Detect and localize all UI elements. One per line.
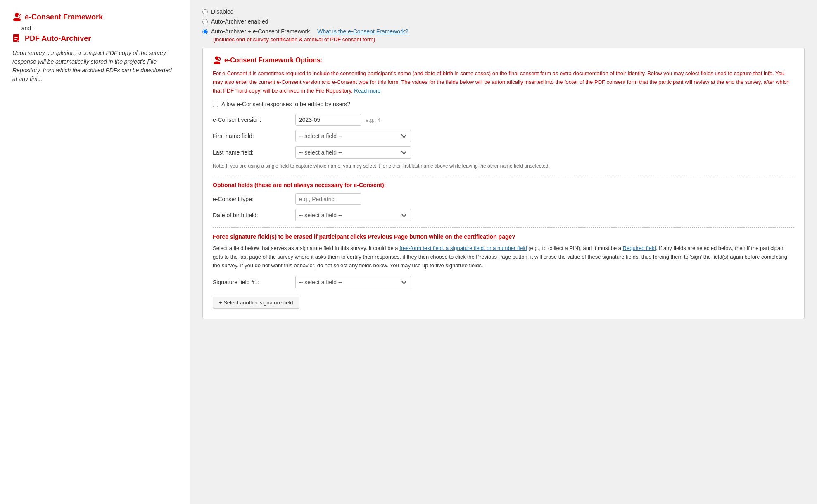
svg-rect-7 <box>14 39 17 40</box>
svg-point-10 <box>214 62 220 65</box>
allow-edit-label[interactable]: Allow e-Consent responses to be edited b… <box>221 101 350 107</box>
version-input[interactable] <box>295 114 361 126</box>
sidebar: ✓ e-Consent Framework – and – PDF PDF Au… <box>0 0 190 504</box>
pdf-title: PDF PDF Auto-Archiver <box>12 34 177 43</box>
sig-field-select[interactable]: -- select a field -- <box>295 276 411 288</box>
econsent-type-row: e-Consent type: e.g., Pediatric <box>213 193 794 205</box>
radio-auto-econsent-label[interactable]: Auto-Archiver + e-Consent Framework <box>211 28 310 35</box>
svg-rect-5 <box>14 36 18 36</box>
dob-select[interactable]: -- select a field -- <box>295 209 411 221</box>
sig-field-label: Signature field #1: <box>213 279 295 285</box>
radio-disabled-row: Disabled <box>202 8 805 15</box>
version-label: e-Consent version: <box>213 116 295 123</box>
econsent-type-input[interactable] <box>295 193 361 205</box>
add-signature-button[interactable]: + Select another signature field <box>213 297 299 309</box>
radio-disabled-label[interactable]: Disabled <box>211 8 233 15</box>
last-name-row: Last name field: -- select a field -- <box>213 146 794 159</box>
econsent-options-icon: ✓ <box>213 56 221 64</box>
last-name-select[interactable]: -- select a field -- <box>295 146 411 159</box>
radio-note: (includes end-of-survey certification & … <box>213 36 805 43</box>
radio-auto-econsent[interactable] <box>202 29 208 34</box>
signature-section-title: Force signature field(s) to be erased if… <box>213 233 794 240</box>
read-more-link[interactable]: Read more <box>354 88 380 94</box>
first-name-row: First name field: -- select a field -- <box>213 130 794 142</box>
svg-text:✓: ✓ <box>18 14 21 17</box>
radio-autoarchiver-row: Auto-Archiver enabled <box>202 18 805 25</box>
econsent-options-box: ✓ e-Consent Framework Options: For e-Con… <box>202 48 805 319</box>
econsent-icon: ✓ <box>12 12 21 21</box>
optional-title: Optional fields (these are not always ne… <box>213 182 794 188</box>
main-content: Disabled Auto-Archiver enabled Auto-Arch… <box>190 0 817 504</box>
version-placeholder: e.g., 4 <box>366 117 380 123</box>
version-row: e-Consent version: e.g., 4 <box>213 114 794 126</box>
archiver-radio-group: Disabled Auto-Archiver enabled Auto-Arch… <box>202 8 805 43</box>
radio-autoarchiver-econsent-row: Auto-Archiver + e-Consent Framework What… <box>202 28 805 35</box>
radio-autoarchiver-label[interactable]: Auto-Archiver enabled <box>211 18 268 25</box>
econsent-description: For e-Consent it is sometimes required t… <box>213 69 794 95</box>
econsent-type-label: e-Consent type: <box>213 196 295 202</box>
required-field-link[interactable]: Required field <box>623 245 656 251</box>
radio-disabled[interactable] <box>202 9 208 14</box>
svg-text:✓: ✓ <box>218 58 220 61</box>
econsent-options-title: ✓ e-Consent Framework Options: <box>213 56 794 64</box>
and-text: – and – <box>17 25 177 31</box>
svg-text:PDF: PDF <box>17 40 21 43</box>
sidebar-description: Upon survey completion, a compact PDF co… <box>12 49 177 83</box>
divider-2 <box>213 227 794 228</box>
pdf-icon: PDF <box>12 34 21 43</box>
econsent-title: ✓ e-Consent Framework <box>12 12 177 21</box>
what-is-econsent-link[interactable]: What is the e-Consent Framework? <box>317 28 408 35</box>
dob-label: Date of birth field: <box>213 212 295 219</box>
sig-field-types-link[interactable]: free-form text field, a signature field,… <box>399 245 527 251</box>
radio-autoarchiver[interactable] <box>202 19 208 24</box>
last-name-label: Last name field: <box>213 149 295 156</box>
svg-point-1 <box>13 18 21 21</box>
allow-edit-row: Allow e-Consent responses to be edited b… <box>213 101 794 107</box>
first-name-select[interactable]: -- select a field -- <box>295 130 411 142</box>
allow-edit-checkbox[interactable] <box>213 102 218 107</box>
signature-description: Select a field below that serves as a si… <box>213 244 794 270</box>
divider-1 <box>213 176 794 176</box>
name-note: Note: If you are using a single field to… <box>213 163 794 170</box>
sig-field-row: Signature field #1: -- select a field -- <box>213 276 794 288</box>
dob-row: Date of birth field: -- select a field -… <box>213 209 794 221</box>
first-name-label: First name field: <box>213 133 295 139</box>
svg-rect-6 <box>14 37 18 38</box>
